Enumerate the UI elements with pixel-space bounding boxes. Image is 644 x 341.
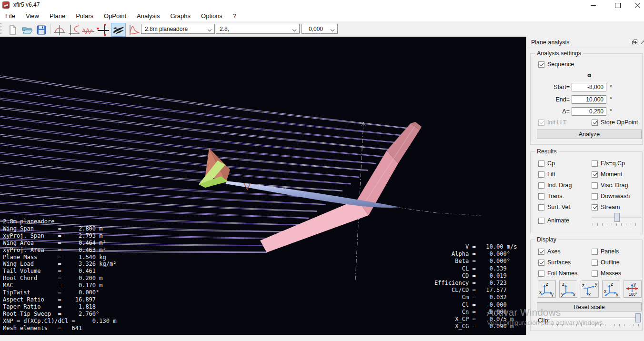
axes-yx-icon: y z x bbox=[582, 281, 598, 297]
new-project-button[interactable] bbox=[6, 23, 20, 37]
store-oppoint-checkbox[interactable]: Store OpPoint bbox=[592, 119, 638, 126]
stream-checkbox[interactable]: Stream bbox=[592, 204, 620, 211]
fs-qcp-checkbox-box[interactable] bbox=[592, 160, 598, 167]
foil-analysis-button[interactable] bbox=[81, 23, 95, 37]
plane-selector-combo[interactable]: 2.8m planeadore bbox=[141, 24, 215, 34]
polar-selector-combo[interactable]: 2.8, bbox=[216, 24, 300, 34]
maximize-button[interactable] bbox=[610, 0, 626, 10]
menu-oppoint[interactable]: OpPoint bbox=[99, 10, 131, 21]
svg-text:x: x bbox=[539, 290, 542, 295]
sequence-checkbox-box[interactable] bbox=[538, 61, 544, 68]
plane-icon bbox=[112, 24, 125, 36]
svg-text:x: x bbox=[573, 292, 575, 297]
display-title: Display bbox=[535, 236, 558, 243]
menu-view[interactable]: View bbox=[20, 10, 44, 21]
float-panel-icon[interactable] bbox=[632, 40, 637, 44]
view-button-zy[interactable]: z y x bbox=[559, 281, 577, 298]
analysis-settings-title: Analysis settings bbox=[535, 50, 583, 57]
moment-checkbox[interactable]: Moment bbox=[592, 171, 622, 178]
masses-checkbox[interactable]: Masses bbox=[592, 270, 621, 277]
outline-checkbox[interactable]: Outline bbox=[592, 259, 620, 266]
visc-drag-checkbox[interactable]: Visc. Drag bbox=[592, 182, 628, 189]
save-button[interactable] bbox=[34, 23, 49, 37]
oppoint-selector-combo[interactable]: 0,000 bbox=[302, 24, 338, 34]
axes-checkbox-box[interactable] bbox=[538, 249, 544, 255]
wing-highlight bbox=[362, 125, 415, 207]
menu-analysis[interactable]: Analysis bbox=[131, 10, 165, 21]
animate-speed-slider[interactable] bbox=[592, 213, 641, 226]
delta-label: Δ= bbox=[541, 108, 570, 115]
slider-handle[interactable] bbox=[614, 213, 620, 222]
downwash-checkbox-box[interactable] bbox=[592, 193, 598, 200]
view-button-yx[interactable]: y z x bbox=[581, 281, 599, 298]
close-icon bbox=[635, 2, 641, 8]
animate-checkbox-box[interactable] bbox=[538, 218, 544, 224]
ind-drag-checkbox-box[interactable] bbox=[538, 182, 544, 189]
panels-checkbox-box[interactable] bbox=[592, 249, 598, 255]
panel-close-icon[interactable] bbox=[641, 40, 644, 44]
svg-text:x: x bbox=[604, 289, 606, 294]
status-bar bbox=[0, 335, 644, 341]
axis-points-icon bbox=[97, 24, 110, 36]
clip-slider-handle[interactable] bbox=[635, 313, 641, 322]
fs-qcp-checkbox[interactable]: F/s=q.Cp bbox=[592, 160, 625, 167]
svg-text:y: y bbox=[595, 281, 597, 287]
menu-options[interactable]: Options bbox=[196, 10, 228, 21]
surf-vel-checkbox-box[interactable] bbox=[538, 204, 544, 211]
surf-vel-checkbox[interactable]: Surf. Vel. bbox=[538, 204, 572, 211]
end-input[interactable]: 10,000 bbox=[572, 95, 606, 104]
panels-checkbox[interactable]: Panels bbox=[592, 248, 619, 255]
sequence-checkbox[interactable]: Sequence bbox=[538, 61, 574, 68]
chevron-down-icon bbox=[208, 28, 212, 31]
surfaces-checkbox[interactable]: Surfaces bbox=[538, 259, 571, 266]
analyze-button[interactable]: Analyze bbox=[537, 130, 642, 139]
delta-input[interactable]: 0,250 bbox=[572, 107, 606, 116]
downwash-checkbox[interactable]: Downwash bbox=[592, 193, 630, 200]
polar-view-button[interactable] bbox=[127, 23, 141, 37]
alpha-symbol: α bbox=[587, 71, 591, 79]
lift-checkbox[interactable]: Lift bbox=[538, 171, 555, 178]
menu-polars[interactable]: Polars bbox=[70, 10, 99, 21]
menu-file[interactable]: File bbox=[0, 10, 20, 21]
toolbar-drag-handle[interactable] bbox=[0, 23, 1, 35]
pressure-curve-icon bbox=[128, 24, 140, 36]
surfaces-checkbox-box[interactable] bbox=[538, 260, 544, 266]
moment-checkbox-box[interactable] bbox=[592, 171, 598, 178]
foil-points-button[interactable] bbox=[96, 23, 111, 37]
inverse-design-button[interactable] bbox=[67, 23, 81, 37]
cp-checkbox[interactable]: Cp bbox=[538, 160, 555, 167]
menu-graphs[interactable]: Graphs bbox=[165, 10, 196, 21]
axes-checkbox[interactable]: Axes bbox=[538, 248, 561, 255]
menu-bar: File View Plane Polars OpPoint Analysis … bbox=[0, 10, 644, 21]
animate-checkbox[interactable]: Animate bbox=[538, 217, 569, 224]
ind-drag-checkbox[interactable]: Ind. Drag bbox=[538, 182, 572, 189]
wing-plane-design-button[interactable] bbox=[111, 23, 126, 37]
minimize-button[interactable] bbox=[585, 0, 601, 10]
trans-checkbox-box[interactable] bbox=[538, 193, 544, 200]
foil-names-checkbox-box[interactable] bbox=[538, 271, 544, 277]
foil-names-checkbox[interactable]: Foil Names bbox=[538, 270, 577, 277]
store-oppoint-checkbox-box[interactable] bbox=[592, 120, 598, 126]
menu-help[interactable]: ? bbox=[228, 10, 242, 21]
cp-checkbox-box[interactable] bbox=[538, 160, 544, 167]
start-input[interactable]: -8,000 bbox=[572, 83, 606, 91]
direct-foil-design-button[interactable] bbox=[52, 23, 67, 37]
trans-checkbox[interactable]: Trans. bbox=[538, 193, 564, 200]
chevron-down-icon bbox=[293, 28, 297, 31]
clip-slider-track[interactable] bbox=[552, 317, 641, 319]
open-project-button[interactable] bbox=[20, 23, 34, 37]
end-label: End= bbox=[541, 96, 570, 103]
maximize-icon bbox=[615, 3, 621, 8]
lift-checkbox-box[interactable] bbox=[538, 171, 544, 178]
menu-plane[interactable]: Plane bbox=[44, 10, 70, 21]
visc-drag-checkbox-box[interactable] bbox=[592, 182, 598, 189]
view-button-flip-180[interactable]: y 180° bbox=[624, 281, 642, 298]
close-button[interactable] bbox=[630, 0, 644, 10]
3d-viewport[interactable]: x y 2.8m planeadore Wing Span = 2.800 m … bbox=[0, 37, 526, 335]
view-button-xz[interactable]: z x y bbox=[538, 281, 556, 298]
masses-checkbox-box[interactable] bbox=[592, 271, 598, 277]
outline-checkbox-box[interactable] bbox=[592, 260, 598, 266]
view-button-iso[interactable]: z x y bbox=[602, 281, 620, 298]
start-label: Start= bbox=[541, 84, 570, 90]
stream-checkbox-box[interactable] bbox=[592, 204, 598, 211]
